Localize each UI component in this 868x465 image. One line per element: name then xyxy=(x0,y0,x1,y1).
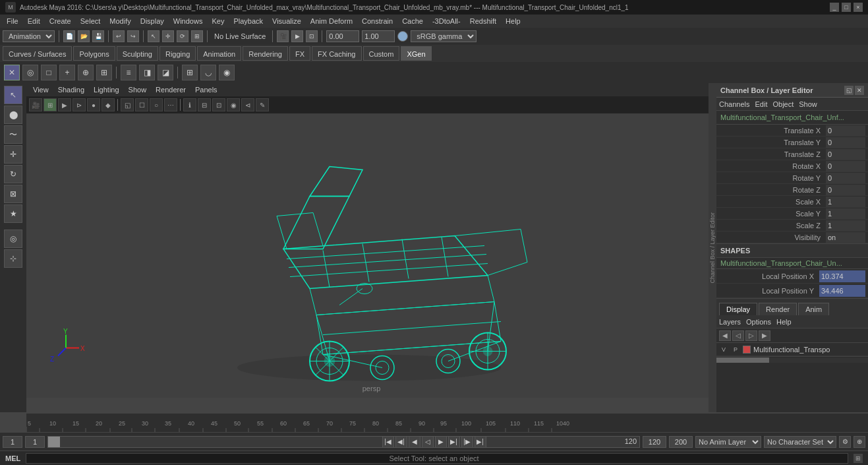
channel-visibility-value[interactable]: on xyxy=(826,232,865,243)
menu-file[interactable]: File xyxy=(3,15,22,28)
viewport[interactable]: X Y Z persp xyxy=(26,113,716,398)
cb-float-btn[interactable]: ◱ xyxy=(844,86,854,95)
vt-soft-btn[interactable]: ◉ xyxy=(227,98,240,111)
channel-scale-x[interactable]: Scale X 1 xyxy=(716,196,868,208)
channel-translate-x[interactable]: Translate X 0 xyxy=(716,125,868,137)
attr-editor-strip[interactable]: Channel Box / Layer Editor xyxy=(709,83,716,412)
render-region-btn[interactable]: □ xyxy=(41,65,57,80)
layers-left-arrow[interactable]: ◀ xyxy=(719,330,731,341)
cb-menu-channels[interactable]: Channels xyxy=(719,100,749,108)
layers-right-arrow[interactable]: ▶ xyxy=(759,330,770,341)
flat-btn[interactable]: ◪ xyxy=(158,65,173,80)
close-button[interactable]: × xyxy=(854,3,863,12)
menu-redshift[interactable]: Redshift xyxy=(466,15,500,28)
channel-visibility[interactable]: Visibility on xyxy=(716,232,868,243)
snap-curve-btn[interactable]: ◡ xyxy=(200,65,216,80)
scrollbar-thumb[interactable] xyxy=(716,357,769,363)
channel-scale-x-value[interactable]: 1 xyxy=(826,197,865,207)
local-pos-y-row[interactable]: Local Position Y 34.446 xyxy=(716,284,868,298)
scale-input[interactable] xyxy=(362,30,395,42)
tab-xgen[interactable]: XGen xyxy=(401,46,431,61)
tab-anim[interactable]: Anim xyxy=(798,303,829,315)
cb-menu-object[interactable]: Object xyxy=(772,100,794,108)
menu-3dtool[interactable]: -3DtoAll- xyxy=(428,15,465,28)
cb-menu-edit[interactable]: Edit xyxy=(755,100,767,108)
layer-color-swatch[interactable] xyxy=(743,346,751,354)
vt-xray-btn[interactable]: ☐ xyxy=(135,98,148,111)
menu-help[interactable]: Help xyxy=(502,15,525,28)
menu-windows[interactable]: Windows xyxy=(169,15,207,28)
title-bar-controls[interactable]: _ □ × xyxy=(830,3,863,12)
local-pos-x-value[interactable]: 10.374 xyxy=(819,270,865,282)
coord-input[interactable] xyxy=(326,30,359,42)
menu-create[interactable]: Create xyxy=(45,15,75,28)
menu-edit[interactable]: Edit xyxy=(24,15,44,28)
paint-select-btn[interactable]: ⬤ xyxy=(4,106,22,124)
play-back-btn[interactable]: ◁ xyxy=(422,436,434,448)
view-menu-lighting[interactable]: Lighting xyxy=(90,83,123,96)
lasso-btn[interactable]: 〜 xyxy=(4,125,22,144)
smooth-btn[interactable]: ◨ xyxy=(139,65,155,80)
scale-btn[interactable]: ⊞ xyxy=(191,30,203,42)
open-btn[interactable]: 📂 xyxy=(78,30,90,42)
channel-rotate-y[interactable]: Rotate Y 0 xyxy=(716,172,868,184)
next-key-btn[interactable]: ▶| xyxy=(448,436,460,448)
vt-wireframe-btn[interactable]: ⊞ xyxy=(43,98,57,111)
tab-custom[interactable]: Custom xyxy=(363,46,400,61)
layers-left-arrow2[interactable]: ◁ xyxy=(732,330,744,341)
tab-sculpting[interactable]: Sculpting xyxy=(117,46,158,61)
script-editor-btn[interactable]: ⊞ xyxy=(854,454,863,463)
show-manip-btn[interactable]: ⊹ xyxy=(4,249,22,268)
tab-fx[interactable]: FX xyxy=(289,46,310,61)
frame-slider[interactable]: 120 xyxy=(47,436,640,448)
soft-select-btn[interactable]: ◎ xyxy=(4,230,22,248)
layer-visibility-v[interactable]: V xyxy=(719,345,728,354)
layers-right-arrow2[interactable]: ▷ xyxy=(745,330,757,341)
scale-tool-btn[interactable]: ⊞ xyxy=(96,65,112,80)
vt-record-btn[interactable]: ● xyxy=(87,98,100,111)
anim-layer-select[interactable]: No Anim Layer xyxy=(695,436,761,448)
vt-sym-btn[interactable]: ⊲ xyxy=(241,98,254,111)
layers-scrollbar[interactable] xyxy=(716,356,868,363)
local-pos-x-row[interactable]: Local Position X 10.374 xyxy=(716,269,868,284)
ipr-btn[interactable]: ⊡ xyxy=(306,30,318,42)
vt-heads-up-btn[interactable]: ℹ xyxy=(183,98,196,111)
vt-key-btn[interactable]: ◆ xyxy=(101,98,115,111)
mode-dropdown[interactable]: Animation xyxy=(3,30,55,42)
channel-rotate-z[interactable]: Rotate Z 0 xyxy=(716,184,868,196)
rotate-btn[interactable]: ⟳ xyxy=(177,30,188,42)
cb-menu-show[interactable]: Show xyxy=(799,100,817,108)
channel-rotate-y-value[interactable]: 0 xyxy=(826,173,865,183)
channel-scale-y[interactable]: Scale Y 1 xyxy=(716,208,868,220)
tab-render[interactable]: Render xyxy=(759,303,797,315)
tab-polygons[interactable]: Polygons xyxy=(73,46,115,61)
undo-btn[interactable]: ↩ xyxy=(113,30,125,42)
tab-display[interactable]: Display xyxy=(719,303,757,315)
menu-select[interactable]: Select xyxy=(76,15,105,28)
local-pos-y-value[interactable]: 34.446 xyxy=(819,285,865,297)
channel-rotate-z-value[interactable]: 0 xyxy=(826,185,865,195)
go-start-btn[interactable]: |◀ xyxy=(382,436,394,448)
timeline[interactable]: 5 10 15 20 25 30 35 40 45 50 55 60 65 70… xyxy=(26,414,868,432)
view-menu-renderer[interactable]: Renderer xyxy=(152,83,190,96)
snap-grid-btn[interactable]: ⊞ xyxy=(182,65,198,80)
anim-set-btn[interactable]: ⊕ xyxy=(854,436,865,448)
channel-translate-x-value[interactable]: 0 xyxy=(826,125,865,136)
select-tool-left[interactable]: ↖ xyxy=(4,86,22,104)
view-menu-shading[interactable]: Shading xyxy=(54,83,88,96)
frame-start-input[interactable] xyxy=(3,436,22,448)
step-fwd-btn[interactable]: |▶ xyxy=(461,436,473,448)
go-end-btn[interactable]: ▶| xyxy=(475,436,486,448)
minimize-button[interactable]: _ xyxy=(830,3,839,12)
menu-playback[interactable]: Playback xyxy=(229,15,267,28)
rotate-btn-left[interactable]: ↻ xyxy=(4,165,22,183)
tab-rendering[interactable]: Rendering xyxy=(243,46,288,61)
select-tool-btn[interactable]: ✕ xyxy=(4,65,20,80)
move-btn-left[interactable]: ✛ xyxy=(4,145,22,164)
tab-rigging[interactable]: Rigging xyxy=(159,46,196,61)
step-back-btn[interactable]: ◀| xyxy=(395,436,407,448)
vt-grid-btn[interactable]: ⋯ xyxy=(164,98,177,111)
channel-box-strip-label[interactable]: Channel Box / Layer Editor xyxy=(709,212,716,284)
prev-key-btn[interactable]: ◀ xyxy=(409,436,420,448)
play-fwd-btn[interactable]: ▶ xyxy=(435,436,447,448)
